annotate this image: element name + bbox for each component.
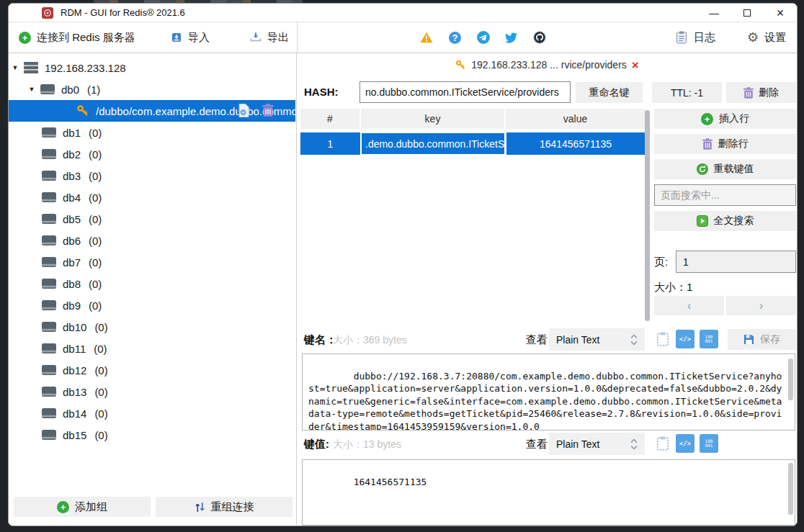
binary-view-button[interactable]: 100001 xyxy=(700,330,718,348)
ttl-button[interactable]: TTL: -1 xyxy=(652,82,722,103)
add-group-button[interactable]: + 添加组 xyxy=(14,497,151,517)
plus-icon: + xyxy=(701,113,713,125)
scrollbar-thumb[interactable] xyxy=(788,463,793,515)
tree-server-row[interactable]: ▼ 192.168.233.128 xyxy=(9,57,295,78)
maximize-button[interactable] xyxy=(731,4,764,22)
tree-db0-row[interactable]: ▼ db0 (1) xyxy=(9,78,295,100)
tree-db-row[interactable]: db6(0) xyxy=(9,230,295,251)
trash-icon xyxy=(702,138,713,150)
view-format-dropdown[interactable]: Plain Text xyxy=(549,433,645,455)
tree-db-row[interactable]: db9(0) xyxy=(9,294,295,316)
tree-db-row[interactable]: db4(0) xyxy=(9,186,295,208)
table-row-key[interactable]: .demo.dubbo.common.ITicketS xyxy=(361,132,505,155)
binary-view-button[interactable]: 100001 xyxy=(700,434,718,453)
db-label: db1 xyxy=(63,127,81,139)
code-view-button[interactable]: </> xyxy=(676,330,694,348)
connect-server-button[interactable]: + 连接到 Redis 服务器 xyxy=(19,22,135,53)
column-header-value[interactable]: value xyxy=(506,109,645,129)
table-row-index[interactable]: 1 xyxy=(300,132,360,155)
key-icon xyxy=(455,60,466,71)
expand-arrow-icon[interactable]: ▼ xyxy=(27,86,36,93)
reload-value-label: 重载键值 xyxy=(714,163,754,176)
key-value-content[interactable]: 1641456571135 xyxy=(302,459,795,526)
db-count: (0) xyxy=(94,343,107,355)
delete-key-icon[interactable] xyxy=(262,104,274,117)
code-view-button[interactable]: </> xyxy=(676,434,694,453)
fulltext-search-button[interactable]: 全文搜索 xyxy=(654,211,796,231)
code-icon: </> xyxy=(679,335,691,343)
tree-db-row[interactable]: db12(0) xyxy=(9,359,295,381)
help-icon: ? xyxy=(449,32,461,44)
database-icon xyxy=(42,149,56,159)
help-button[interactable]: ? xyxy=(449,22,461,53)
key-value-size: 大小：13 bytes xyxy=(333,438,401,451)
save-button[interactable]: 保存 xyxy=(728,329,796,350)
table-scrollbar[interactable] xyxy=(645,110,650,321)
key-name-size: 大小：369 bytes xyxy=(333,334,407,347)
key-name-content[interactable]: dubbo://192.168.3.7:20880/com.example.de… xyxy=(302,353,795,430)
tree-db-row[interactable]: db2(0) xyxy=(9,143,295,165)
settings-button[interactable]: ⚙ 设置 xyxy=(747,22,786,53)
app-window: RDM - GUI for Redis® 2021.6 — × + 连接到 Re… xyxy=(8,3,798,526)
next-page-button[interactable]: › xyxy=(726,296,796,315)
database-icon xyxy=(42,365,56,375)
paste-button[interactable] xyxy=(653,330,672,348)
tree-db-row[interactable]: db8(0) xyxy=(9,273,295,294)
warning-indicator[interactable] xyxy=(420,22,433,53)
telegram-button[interactable] xyxy=(477,22,490,53)
regroup-connections-button[interactable]: 重组连接 xyxy=(156,497,292,517)
db-label: db5 xyxy=(63,213,81,225)
scrollbar-thumb[interactable] xyxy=(645,110,650,321)
database-icon xyxy=(42,408,56,418)
import-button[interactable]: 导入 xyxy=(171,22,210,53)
close-button[interactable]: × xyxy=(764,4,797,22)
ttl-label: TTL: -1 xyxy=(671,87,703,99)
editor-tab[interactable]: 192.168.233.128 ... rvice/providers × xyxy=(298,53,797,76)
minimize-button[interactable]: — xyxy=(697,4,731,22)
tree-db-row[interactable]: db15(0) xyxy=(9,424,295,446)
tree-db-row[interactable]: db11(0) xyxy=(9,338,295,359)
db-count: (0) xyxy=(94,429,107,441)
tree-db-row[interactable]: db13(0) xyxy=(9,381,295,402)
tree-db-row[interactable]: db10(0) xyxy=(9,316,295,338)
page-number-input[interactable] xyxy=(676,251,796,273)
tab-close-icon[interactable]: × xyxy=(632,59,639,71)
log-button[interactable]: 日志 xyxy=(675,22,715,53)
database-icon xyxy=(42,430,56,440)
key-editor-panel: 192.168.233.128 ... rvice/providers × HA… xyxy=(298,53,797,525)
tree-key-row-selected[interactable]: /dubbo/com.example.demo.dubbo.common.ITi… xyxy=(9,100,295,122)
twitter-button[interactable] xyxy=(505,22,518,53)
column-header-index[interactable]: # xyxy=(300,109,359,129)
insert-row-button[interactable]: + 插入行 xyxy=(654,109,796,129)
db-count: (0) xyxy=(89,148,102,161)
prev-page-button[interactable]: ‹ xyxy=(654,296,724,315)
reload-value-button[interactable]: 重载键值 xyxy=(654,159,796,179)
rename-key-button[interactable]: 重命名键 xyxy=(576,82,643,103)
copy-link-icon[interactable] xyxy=(238,104,250,117)
clipboard-icon xyxy=(656,332,669,346)
tree-db-row[interactable]: db5(0) xyxy=(9,208,295,230)
github-button[interactable] xyxy=(533,22,546,53)
delete-key-button[interactable]: 删除 xyxy=(726,82,796,103)
export-button[interactable]: 导出 xyxy=(250,22,289,53)
database-icon xyxy=(42,171,56,181)
key-value-text: 1641456571135 xyxy=(354,477,427,487)
paste-button[interactable] xyxy=(653,434,672,453)
minimize-icon: — xyxy=(709,7,719,19)
tree-db-row[interactable]: db1(0) xyxy=(9,122,295,143)
key-name-input[interactable] xyxy=(359,81,571,103)
key-type-label: HASH: xyxy=(304,86,339,98)
column-header-key[interactable]: key xyxy=(361,109,504,129)
scrollbar-thumb[interactable] xyxy=(788,359,793,400)
table-row-value[interactable]: 1641456571135 xyxy=(506,132,645,155)
key-value-toolbar: 键值: 大小：13 bytes 查看 Plain Text xyxy=(298,433,797,456)
tree-db-row[interactable]: db7(0) xyxy=(9,251,295,273)
page-search-input[interactable] xyxy=(654,184,796,206)
db-label: db9 xyxy=(63,299,81,312)
tree-db-row[interactable]: db14(0) xyxy=(9,402,295,424)
github-icon xyxy=(533,31,546,44)
tree-db-row[interactable]: db3(0) xyxy=(9,165,295,186)
delete-row-button[interactable]: 删除行 xyxy=(654,134,796,154)
view-format-dropdown[interactable]: Plain Text xyxy=(549,328,645,351)
expand-arrow-icon[interactable]: ▼ xyxy=(11,64,19,71)
